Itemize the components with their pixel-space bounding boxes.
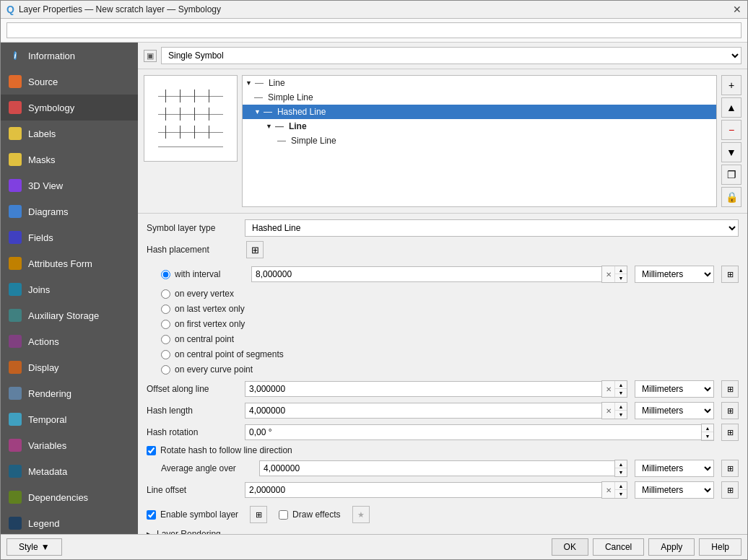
bottom-right: OK Cancel Apply Help (552, 538, 742, 556)
sidebar-item-symbology[interactable]: Symbology (1, 95, 138, 121)
hash-rotation-input[interactable]: 0,00 ° (245, 424, 701, 440)
line-offset-expr-button[interactable]: ⊞ (721, 481, 739, 499)
offset-along-line-spin-up[interactable]: ▲ (615, 381, 627, 389)
line-offset-spin-down[interactable]: ▼ (615, 490, 627, 498)
average-angle-expr-button[interactable]: ⊞ (721, 460, 739, 477)
remove-layer-button[interactable]: − (721, 120, 742, 140)
radio-on-first-vertex[interactable] (161, 320, 170, 329)
hash-placement-expr-button[interactable]: ⊞ (246, 241, 264, 258)
move-down-button[interactable]: ▼ (721, 142, 742, 162)
radio-on-last-vertex[interactable] (161, 305, 170, 314)
interval-spin-down[interactable]: ▼ (615, 274, 627, 282)
interval-unit-select[interactable]: Millimeters (635, 266, 714, 283)
average-angle-input[interactable]: 4,000000 (259, 460, 614, 476)
apply-button[interactable]: Apply (648, 538, 695, 556)
tree-line-icon: — (255, 78, 264, 88)
sidebar-item-3dview[interactable]: 3D View (1, 172, 138, 198)
offset-along-line-input[interactable]: 3,000000 (245, 381, 601, 397)
bottom-checkboxes: Enable symbol layer ⊞ Draw effects ★ (147, 506, 739, 523)
sidebar-item-diagrams[interactable]: Diagrams (1, 198, 138, 224)
lock-button[interactable]: 🔒 (721, 187, 742, 207)
line-offset-input[interactable]: 2,000000 (245, 482, 601, 498)
hash-length-spin-down[interactable]: ▼ (615, 411, 627, 419)
search-input[interactable] (6, 22, 742, 38)
sidebar-item-rendering[interactable]: Rendering (1, 380, 138, 406)
rotate-hash-checkbox[interactable] (147, 446, 156, 455)
sidebar-item-attributes-form[interactable]: Attributes Form (1, 250, 138, 276)
sidebar-item-joins[interactable]: Joins (1, 276, 138, 302)
hash-rotation-spin-down[interactable]: ▼ (702, 432, 713, 440)
tree-item-simple-line[interactable]: — Simple Line (243, 90, 716, 105)
sidebar-item-dependencies[interactable]: Dependencies (1, 484, 138, 510)
render-type-select[interactable]: Single Symbol (161, 47, 742, 64)
radio-on-every-curve[interactable] (161, 365, 170, 375)
hash-length-input[interactable]: 4,000000 (245, 403, 601, 419)
average-angle-spin-down[interactable]: ▼ (615, 468, 627, 476)
app-icon: Q (6, 4, 14, 15)
style-button[interactable]: Style ▼ (6, 538, 62, 556)
rotate-hash-row: Rotate hash to follow line direction (147, 445, 739, 455)
sidebar-item-actions[interactable]: Actions (1, 328, 138, 354)
sidebar-label-display: Display (28, 362, 59, 373)
interval-spin-up[interactable]: ▲ (615, 266, 627, 274)
interval-input[interactable]: 8,000000 (251, 266, 601, 282)
hash-length-spin-up[interactable]: ▲ (615, 403, 627, 411)
sidebar-item-legend[interactable]: Legend (1, 510, 138, 534)
sidebar-item-variables[interactable]: Variables (1, 432, 138, 458)
offset-along-line-spin-down[interactable]: ▼ (615, 389, 627, 397)
duplicate-button[interactable]: ❐ (721, 165, 742, 185)
hash-rotation-expr-button[interactable]: ⊞ (721, 424, 739, 441)
radio-on-central-segments[interactable] (161, 350, 170, 359)
radio-on-every-vertex[interactable] (161, 289, 170, 299)
cancel-button[interactable]: Cancel (593, 538, 644, 556)
sidebar-item-auxiliary-storage[interactable]: Auxiliary Storage (1, 302, 138, 328)
radio-on-central-point[interactable] (161, 335, 170, 344)
sidebar-label-dependencies: Dependencies (28, 492, 88, 503)
sidebar-item-temporal[interactable]: Temporal (1, 406, 138, 432)
sidebar-item-information[interactable]: i Information (1, 43, 138, 69)
offset-along-line-unit[interactable]: Millimeters (635, 380, 714, 398)
tree-item-line[interactable]: ▼ — Line (243, 76, 716, 90)
metadata-icon (9, 465, 22, 478)
interval-expr-button[interactable]: ⊞ (721, 266, 739, 283)
offset-along-line-input-group: 3,000000 ✕ ▲ ▼ (245, 380, 627, 398)
line-offset-spin-up[interactable]: ▲ (615, 482, 627, 490)
interval-clear-button[interactable]: ✕ (602, 266, 615, 282)
enable-symbol-layer-checkbox[interactable] (147, 510, 156, 520)
tree-item-simple-line-sub[interactable]: — Simple Line (243, 134, 716, 148)
hash-rotation-label: Hash rotation (147, 427, 240, 437)
search-bar (1, 19, 747, 43)
ok-button[interactable]: OK (552, 538, 588, 556)
close-button[interactable]: ✕ (733, 4, 742, 15)
draw-effects-checkbox[interactable] (279, 510, 288, 520)
draw-effects-settings-button[interactable]: ★ (352, 506, 370, 523)
enable-symbol-layer-expr-button[interactable]: ⊞ (250, 506, 267, 523)
line-offset-clear[interactable]: ✕ (602, 482, 615, 498)
average-angle-unit[interactable]: Millimeters (635, 460, 714, 477)
hash-rotation-spin-up[interactable]: ▲ (702, 424, 713, 432)
radio-on-every-vertex-row: on every vertex (147, 287, 739, 300)
sidebar-item-fields[interactable]: Fields (1, 224, 138, 250)
add-layer-button[interactable]: + (721, 75, 742, 95)
sidebar-item-masks[interactable]: Masks (1, 146, 138, 172)
layer-rendering-section[interactable]: ▶ Layer Rendering (147, 529, 739, 534)
sidebar-item-source[interactable]: Source (1, 69, 138, 95)
average-angle-spin-up[interactable]: ▲ (615, 460, 627, 468)
hash-length-clear[interactable]: ✕ (602, 403, 615, 419)
style-dropdown-arrow: ▼ (41, 542, 50, 552)
hash-length-unit[interactable]: Millimeters (635, 402, 714, 419)
help-button[interactable]: Help (699, 538, 742, 556)
radio-with-interval[interactable] (161, 270, 170, 279)
sidebar-item-labels[interactable]: Labels (1, 121, 138, 146)
sidebar-label-temporal: Temporal (28, 414, 66, 425)
sidebar-item-display[interactable]: Display (1, 354, 138, 380)
hash-length-expr-button[interactable]: ⊞ (721, 402, 739, 419)
sidebar-item-metadata[interactable]: Metadata (1, 458, 138, 484)
symbol-layer-type-select[interactable]: Hashed Line (245, 219, 739, 237)
tree-item-hashed-line[interactable]: ▼ — Hashed Line (243, 105, 716, 119)
move-up-button[interactable]: ▲ (721, 97, 742, 118)
tree-item-line-sub[interactable]: ▼ — Line (243, 119, 716, 134)
offset-along-line-expr-button[interactable]: ⊞ (721, 380, 739, 398)
line-offset-unit[interactable]: Millimeters (635, 481, 714, 499)
offset-along-line-clear[interactable]: ✕ (602, 381, 615, 397)
